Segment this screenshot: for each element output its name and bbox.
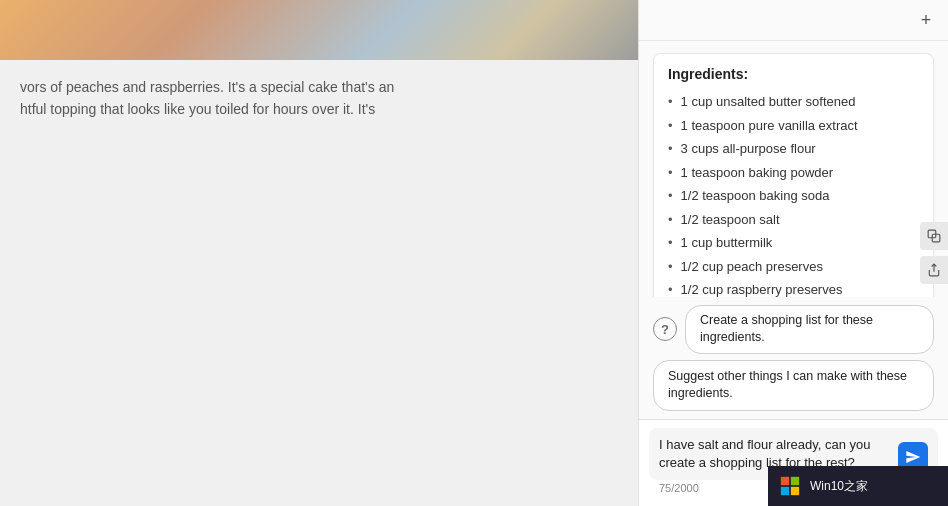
svg-rect-5 [781, 487, 789, 495]
text-line2: htful topping that looks like you toiled… [20, 98, 618, 120]
action-buttons-area: ? Create a shopping list for these ingre… [639, 297, 948, 419]
page-text: vors of peaches and raspberries. It's a … [0, 60, 638, 137]
text-line1: vors of peaches and raspberries. It's a … [20, 76, 618, 98]
list-item: 1/2 teaspoon salt [668, 208, 919, 232]
list-item: 1 cup buttermilk [668, 231, 919, 255]
top-bar: + [639, 0, 948, 41]
suggest-recipes-button[interactable]: Suggest other things I can make with the… [653, 360, 934, 411]
windows-logo-icon [780, 476, 800, 496]
plus-button[interactable]: + [912, 6, 940, 34]
webpage-content: vors of peaches and raspberries. It's a … [0, 0, 638, 506]
assistant-content: Ingredients: 1 cup unsalted butter softe… [639, 41, 948, 297]
list-item: 1 teaspoon pure vanilla extract [668, 114, 919, 138]
side-icon-2[interactable] [920, 256, 948, 284]
ingredient-list: 1 cup unsalted butter softened1 teaspoon… [668, 90, 919, 297]
help-icon: ? [653, 317, 677, 341]
taskbar-info: Win10之家 [810, 478, 868, 495]
list-item: 1/2 teaspoon baking soda [668, 184, 919, 208]
side-icon-1[interactable] [920, 222, 948, 250]
ingredients-title: Ingredients: [668, 66, 919, 82]
ingredients-card: Ingredients: 1 cup unsalted butter softe… [653, 53, 934, 297]
ai-assistant-panel: + Ingredients: 1 cup unsalted butter sof… [638, 0, 948, 506]
page-image [0, 0, 638, 60]
taskbar-logo [778, 474, 802, 498]
list-item: 1/2 cup peach preserves [668, 255, 919, 279]
svg-rect-6 [791, 487, 799, 495]
list-item: 1/2 cup raspberry preserves [668, 278, 919, 297]
copy-icon [927, 229, 941, 243]
action-row-1: ? Create a shopping list for these ingre… [653, 305, 934, 354]
list-item: 1 teaspoon baking powder [668, 161, 919, 185]
svg-rect-4 [791, 477, 799, 485]
share-icon [927, 263, 941, 277]
taskbar-site-name: Win10之家 [810, 478, 868, 495]
send-icon [905, 449, 921, 465]
svg-rect-3 [781, 477, 789, 485]
list-item: 3 cups all-purpose flour [668, 137, 919, 161]
list-item: 1 cup unsalted butter softened [668, 90, 919, 114]
create-shopping-list-button[interactable]: Create a shopping list for these ingredi… [685, 305, 934, 354]
taskbar-overlay: Win10之家 [768, 466, 948, 506]
